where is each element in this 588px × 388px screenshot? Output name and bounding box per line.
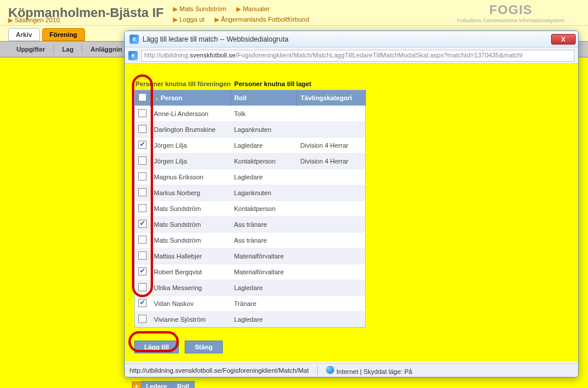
people-table: ▲Person Roll Tävlingskategori Anne-Li An… (134, 90, 366, 328)
season-link[interactable]: ▶Säsongen 2010 (8, 16, 60, 24)
table-row[interactable]: Markus NorbergLaganknuten (135, 185, 366, 201)
tab-forening[interactable]: Förening (42, 28, 85, 41)
ie-icon: e (130, 35, 139, 44)
fogis-logo: FOGIS Fotbollens Gemensamma Informations… (457, 2, 565, 23)
cell-roll: Materialförvaltare (230, 264, 297, 280)
nav-logout[interactable]: ▶Logga ut (173, 16, 205, 23)
cell-roll: Kontaktperson (230, 154, 297, 169)
close-button[interactable]: Stäng (185, 341, 223, 353)
cell-person: Mattias Hallebjer (151, 249, 231, 264)
table-row[interactable]: Mattias HallebjerMaterialförvaltare (135, 249, 366, 264)
table-row[interactable]: Mats SundströmAss tränare (135, 233, 366, 249)
table-row[interactable]: Vidan NaskovTränare (135, 296, 366, 312)
row-checkbox[interactable] (138, 236, 147, 244)
cell-tavling: Division 4 Herrar (297, 154, 365, 169)
row-checkbox[interactable] (138, 172, 147, 181)
cell-person: Mats Sundström (151, 233, 231, 249)
cell-roll: Laganknuten (230, 185, 297, 201)
expand-icon[interactable]: + (132, 382, 141, 388)
modal-titlebar[interactable]: e Lägg till ledare till match -- Webbsid… (125, 31, 578, 47)
cell-roll: Materialförvaltare (230, 249, 297, 264)
subtab-anlaggn[interactable]: Anläggnin (82, 45, 131, 54)
row-checkbox[interactable] (138, 267, 147, 275)
cell-roll: Kontaktperson (230, 201, 297, 217)
row-checkbox[interactable] (138, 299, 147, 307)
modal-dialog: e Lägg till ledare till match -- Webbsid… (124, 30, 579, 377)
table-row[interactable]: Jörgen LiljaLagledareDivision 4 Herrar (135, 138, 366, 154)
address-bar: e http://utbildning.svenskfotboll.se/Fog… (125, 47, 578, 64)
nav-manuals[interactable]: ▶Manualer (236, 5, 270, 12)
globe-icon (326, 366, 334, 374)
nav-user[interactable]: ▶Mats Sundström (173, 5, 226, 12)
row-checkbox[interactable] (138, 156, 147, 165)
cell-tavling (297, 185, 365, 201)
table-row[interactable]: Jörgen LiljaKontaktpersonDivision 4 Herr… (135, 154, 366, 169)
row-checkbox[interactable] (138, 283, 147, 291)
table-row[interactable]: Robert BergqvistMaterialförvaltare (135, 264, 366, 280)
row-checkbox[interactable] (138, 141, 147, 149)
inner-tab-laget[interactable]: Personer knutna till laget (233, 78, 314, 90)
ie-icon: e (128, 51, 138, 60)
cell-roll: Tolk (230, 106, 297, 122)
cell-person: Vivianne Sjöström (151, 312, 231, 328)
cell-roll: Lagledare (230, 169, 297, 185)
cell-person: Anne-Li Andersson (151, 106, 231, 122)
tab-arkiv[interactable]: Arkiv (8, 28, 40, 41)
cell-tavling (297, 106, 365, 122)
address-input[interactable]: http://utbildning.svenskfotboll.se/Fogis… (141, 50, 575, 62)
row-checkbox[interactable] (138, 188, 147, 196)
modal-title: Lägg till ledare till match -- Webbsided… (142, 35, 288, 43)
row-checkbox[interactable] (138, 220, 147, 228)
cell-person: Jörgen Lilja (151, 138, 231, 154)
cell-tavling (297, 249, 365, 264)
cell-person: Robert Bergqvist (151, 264, 231, 280)
cell-tavling (297, 122, 365, 138)
row-checkbox[interactable] (138, 204, 147, 212)
cell-person: Darlington Brumskine (151, 122, 231, 138)
inner-tab-forening[interactable]: Personer knutna till föreningen (134, 78, 233, 90)
table-row[interactable]: Mats SundströmAss tränare (135, 217, 366, 233)
cell-person: Jörgen Lilja (151, 154, 231, 169)
cell-roll: Laganknuten (230, 122, 297, 138)
select-all-checkbox[interactable] (138, 93, 147, 101)
col-person[interactable]: ▲Person (151, 90, 231, 106)
cell-person: Ulrika Messering (151, 280, 231, 296)
col-tavling[interactable]: Tävlingskategori (297, 90, 365, 106)
cell-roll: Ass tränare (230, 233, 297, 249)
add-button[interactable]: Lägg till (134, 341, 179, 353)
cell-roll: Lagledare (230, 280, 297, 296)
cell-tavling (297, 217, 365, 233)
close-icon[interactable]: X (551, 34, 576, 45)
table-row[interactable]: Magnus ErikssonLagledare (135, 169, 366, 185)
cell-tavling (297, 264, 365, 280)
subtab-uppgifter[interactable]: Uppgifter (8, 45, 54, 54)
status-url: http://utbildning.svenskfotboll.se/Fogis… (130, 367, 309, 374)
cell-roll: Ass tränare (230, 217, 297, 233)
peek-table-header: + Ledare Roll (132, 381, 195, 388)
table-row[interactable]: Mats SundströmKontaktperson (135, 201, 366, 217)
row-checkbox[interactable] (138, 251, 147, 260)
row-checkbox[interactable] (138, 125, 147, 133)
table-row[interactable]: Ulrika MesseringLagledare (135, 280, 366, 296)
row-checkbox[interactable] (138, 315, 147, 323)
nav-federation[interactable]: ▶Ångermanlands Fotbollförbund (215, 16, 309, 23)
topbar: Köpmanholmen-Bjästa IF ▶Säsongen 2010 ▶M… (0, 0, 588, 26)
cell-tavling (297, 169, 365, 185)
cell-person: Magnus Eriksson (151, 169, 231, 185)
row-checkbox[interactable] (138, 109, 147, 117)
inner-tabs: Personer knutna till föreningenPersoner … (134, 78, 569, 90)
col-roll[interactable]: Roll (230, 90, 297, 106)
table-row[interactable]: Anne-Li AnderssonTolk (135, 106, 366, 122)
cell-tavling (297, 280, 365, 296)
table-row[interactable]: Vivianne SjöströmLagledare (135, 312, 366, 328)
subtab-lag[interactable]: Lag (54, 45, 83, 54)
cell-tavling (297, 201, 365, 217)
cell-person: Markus Norberg (151, 185, 231, 201)
cell-roll: Tränare (230, 296, 297, 312)
cell-tavling (297, 312, 365, 328)
cell-roll: Lagledare (230, 138, 297, 154)
modal-body: Personer knutna till föreningenPersoner … (125, 64, 578, 362)
status-zone: Internet | Skyddat läge: På (326, 366, 412, 375)
table-row[interactable]: Darlington BrumskineLaganknuten (135, 122, 366, 138)
status-bar: http://utbildning.svenskfotboll.se/Fogis… (125, 363, 578, 377)
